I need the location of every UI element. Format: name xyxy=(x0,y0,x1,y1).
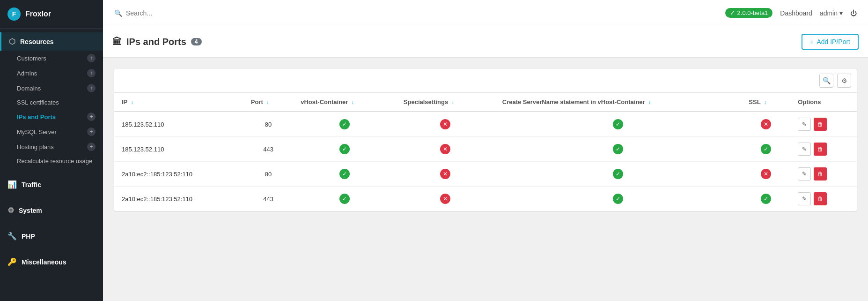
content-area: 🏛 IPs and Ports 4 + Add IP/Port 🔍 ⚙ IP xyxy=(103,26,868,301)
dashboard-link[interactable]: Dashboard xyxy=(780,9,812,17)
customers-add-icon[interactable]: + xyxy=(87,54,96,62)
search-icon: 🔍 xyxy=(114,9,122,17)
table-settings-button[interactable]: ⚙ xyxy=(837,74,851,88)
check-icon: ✓ xyxy=(339,194,350,204)
add-ip-port-button[interactable]: + Add IP/Port xyxy=(802,34,859,50)
col-special[interactable]: Specialsettings ↕ xyxy=(396,93,495,112)
search-input[interactable] xyxy=(126,9,220,17)
table-row: 185.123.52.110 443 ✓ ✕ ✓ ✓ ✎ 🗑 xyxy=(114,137,857,162)
sidebar-item-recalculate[interactable]: Recalculate resource usage xyxy=(0,154,103,168)
hosting-add-icon[interactable]: + xyxy=(87,143,96,151)
ips-add-icon[interactable]: + xyxy=(87,113,96,121)
sidebar-item-ips-and-ports[interactable]: IPs and Ports + xyxy=(0,109,103,124)
col-port[interactable]: Port ↕ xyxy=(243,93,293,112)
cell-vhost: ✓ xyxy=(293,162,396,187)
cell-special: ✕ xyxy=(396,137,495,162)
col-ssl-sort[interactable]: ↕ xyxy=(764,100,766,105)
php-label: PHP xyxy=(22,233,35,240)
cell-options: ✎ 🗑 xyxy=(790,162,857,187)
admins-add-icon[interactable]: + xyxy=(87,69,96,77)
misc-label: Miscellaneous xyxy=(22,258,66,266)
cross-icon: ✕ xyxy=(440,169,450,179)
cell-port: 80 xyxy=(243,162,293,187)
col-special-sort[interactable]: ↕ xyxy=(452,100,454,105)
col-ip[interactable]: IP ↕ xyxy=(114,93,243,112)
sidebar-item-miscellaneous[interactable]: 🔑 Miscellaneous xyxy=(0,253,103,271)
check-icon: ✓ xyxy=(613,144,623,154)
sidebar-item-ssl-certificates[interactable]: SSL certificates xyxy=(0,96,103,109)
col-servername-sort[interactable]: ↕ xyxy=(648,100,651,105)
sidebar-item-system[interactable]: ⚙ System xyxy=(0,201,103,219)
col-ip-sort[interactable]: ↕ xyxy=(131,100,133,105)
col-vhost-label: vHost-Container xyxy=(301,98,348,105)
page-title: IPs and Ports xyxy=(126,37,186,47)
sidebar-item-mysql-server[interactable]: MySQL Server + xyxy=(0,124,103,139)
col-special-label: Specialsettings xyxy=(404,98,448,105)
hosting-label: Hosting plans xyxy=(17,143,54,150)
header: 🔍 ✓ 2.0.0-beta1 Dashboard admin ▾ ⏻ xyxy=(103,0,868,26)
sidebar-item-resources[interactable]: ⬡ Resources xyxy=(0,32,103,51)
delete-button[interactable]: 🗑 xyxy=(814,118,827,131)
traffic-section: 📊 Traffic xyxy=(0,172,103,197)
sidebar-item-traffic[interactable]: 📊 Traffic xyxy=(0,175,103,194)
check-icon: ✓ xyxy=(339,144,350,154)
table-body: 185.123.52.110 80 ✓ ✕ ✓ ✕ ✎ 🗑 185.123.52… xyxy=(114,112,857,211)
col-vhost[interactable]: vHost-Container ↕ xyxy=(293,93,396,112)
sidebar-item-hosting-plans[interactable]: Hosting plans + xyxy=(0,139,103,154)
cell-options: ✎ 🗑 xyxy=(790,187,857,211)
cell-options: ✎ 🗑 xyxy=(790,112,857,137)
ips-ports-label: IPs and Ports xyxy=(17,113,56,120)
check-icon: ✓ xyxy=(613,194,623,204)
cell-ssl: ✕ xyxy=(741,112,790,137)
edit-button[interactable]: ✎ xyxy=(798,118,811,131)
domains-label: Domains xyxy=(17,85,41,92)
col-servername[interactable]: Create ServerName statement in vHost-Con… xyxy=(495,93,742,112)
system-section: ⚙ System xyxy=(0,197,103,223)
traffic-label: Traffic xyxy=(22,181,41,188)
sidebar-item-admins[interactable]: Admins + xyxy=(0,66,103,81)
sidebar-logo[interactable]: F Froxlor xyxy=(0,0,103,29)
edit-button[interactable]: ✎ xyxy=(798,192,811,205)
add-button-label: Add IP/Port xyxy=(817,38,850,45)
cell-special: ✕ xyxy=(396,187,495,211)
mysql-add-icon[interactable]: + xyxy=(87,128,96,136)
domains-add-icon[interactable]: + xyxy=(87,84,96,92)
admin-dropdown[interactable]: admin ▾ xyxy=(820,9,843,17)
delete-button[interactable]: 🗑 xyxy=(814,192,827,205)
col-port-sort[interactable]: ↕ xyxy=(266,100,269,105)
col-options-label: Options xyxy=(798,98,821,105)
admin-label: admin xyxy=(820,9,838,17)
admins-label: Admins xyxy=(17,70,37,77)
cross-icon: ✕ xyxy=(440,119,450,129)
cell-servername: ✓ xyxy=(495,137,742,162)
version-check-icon: ✓ xyxy=(730,9,735,16)
check-icon: ✓ xyxy=(339,169,350,179)
col-vhost-sort[interactable]: ↕ xyxy=(352,100,354,105)
recalculate-label: Recalculate resource usage xyxy=(17,158,92,165)
table-row: 185.123.52.110 80 ✓ ✕ ✓ ✕ ✎ 🗑 xyxy=(114,112,857,137)
delete-button[interactable]: 🗑 xyxy=(814,143,827,156)
data-table-container: 🔍 ⚙ IP ↕ Port ↕ vHost- xyxy=(114,69,857,211)
delete-button[interactable]: 🗑 xyxy=(814,167,827,181)
cell-special: ✕ xyxy=(396,162,495,187)
edit-button[interactable]: ✎ xyxy=(798,143,811,156)
cross-icon: ✕ xyxy=(761,169,771,179)
table-search-button[interactable]: 🔍 xyxy=(819,74,833,88)
check-icon: ✓ xyxy=(761,144,771,154)
cell-ssl: ✕ xyxy=(741,162,790,187)
search-box[interactable]: 🔍 xyxy=(114,9,220,17)
version-text: 2.0.0-beta1 xyxy=(737,9,768,16)
sidebar-item-domains[interactable]: Domains + xyxy=(0,81,103,96)
edit-button[interactable]: ✎ xyxy=(798,167,811,181)
mysql-label: MySQL Server xyxy=(17,128,57,135)
check-icon: ✓ xyxy=(339,119,350,129)
sidebar-resources-label: Resources xyxy=(20,38,54,45)
sidebar-item-customers[interactable]: Customers + xyxy=(0,51,103,66)
sidebar-item-php[interactable]: 🔧 PHP xyxy=(0,227,103,245)
table-row: 2a10:ec2::185:123:52:110 443 ✓ ✕ ✓ ✓ ✎ 🗑 xyxy=(114,187,857,211)
col-ssl[interactable]: SSL ↕ xyxy=(741,93,790,112)
check-icon: ✓ xyxy=(613,119,623,129)
cell-options: ✎ 🗑 xyxy=(790,137,857,162)
system-label: System xyxy=(19,207,42,214)
power-icon[interactable]: ⏻ xyxy=(850,9,857,17)
